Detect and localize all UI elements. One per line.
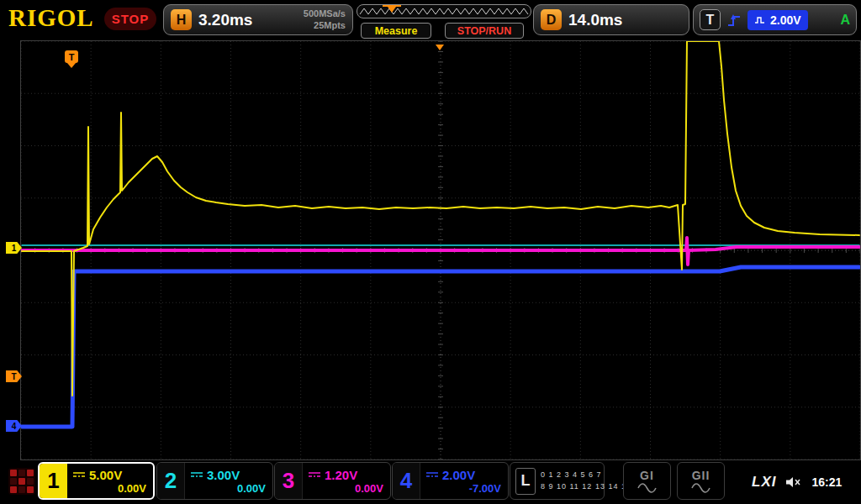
coupling-icon [425,470,439,479]
channel-3-number: 3 [275,463,303,499]
measure-button[interactable]: Measure [361,23,431,39]
channel-2-scale: 3.00V [207,468,240,482]
coupling-icon [308,470,321,479]
run-state-badge: STOP [104,8,156,30]
channel-1-status[interactable]: 1 5.00V 0.00V [38,462,155,500]
generator-2-status[interactable]: GII [677,462,725,500]
delay-value: 14.0ms [568,11,622,29]
sample-rate: 500MSa/s [304,8,346,19]
sine-wave-icon [637,483,658,493]
channel-3-scale: 1.20V [325,468,357,482]
rigol-logo: RIGOL [8,4,94,32]
logic-channels-status[interactable]: L 0 1 2 3 4 5 6 7 8 9 10 11 12 13 14 15 [510,462,605,500]
top-bar: RIGOL STOP H 3.20ms 500MSa/s 25Mpts Meas… [0,0,861,40]
clock: 16:21 [811,475,842,489]
channel-2-offset: 0.00V [190,482,266,495]
channel-3-offset: 0.00V [308,482,383,495]
logic-row-2: 8 9 10 11 12 13 14 15 [541,481,631,493]
memory-depth: 25Mpts [314,20,346,31]
lxi-badge: LXI [752,474,776,491]
generator-1-label: GI [640,469,654,482]
logic-label: L [515,468,536,495]
channel-3-status[interactable]: 3 1.20V 0.00V [274,462,391,500]
square-wave-icon [754,16,766,24]
coupling-icon [72,470,86,479]
channel-1-number: 1 [40,464,67,498]
channel-4-scale: 2.00V [442,468,475,482]
trigger-position-pointer-icon [67,63,76,68]
trigger-mode: A [840,13,850,28]
waveform-ch1 [22,41,859,396]
channel-1-scale: 5.00V [89,468,122,482]
channel-1-offset: 0.00V [72,482,146,495]
generator-1-status[interactable]: GI [623,462,671,500]
horizontal-icon: H [171,9,192,30]
speaker-muted-icon[interactable] [785,476,802,488]
memory-waveform-icon [357,5,531,18]
grid-pattern-icon[interactable] [8,468,35,495]
bottom-bar: 1 5.00V 0.00V 2 [0,460,861,504]
waveform-area[interactable]: 1T4T [0,40,861,460]
timebase-value: 3.20ms [198,11,252,29]
coupling-icon [190,470,203,479]
channel-4-number: 4 [393,463,420,499]
trigger-icon: T [700,9,721,30]
delay-icon: D [541,9,562,30]
trigger-level-value: 2.00V [770,13,801,27]
delay-settings[interactable]: D 14.0ms [533,4,689,35]
trigger-slope-icon [726,13,742,28]
trigger-level-badge: 2.00V [747,10,808,30]
horizontal-center-marker-icon [436,45,444,50]
logic-row-1: 0 1 2 3 4 5 6 7 [541,470,631,481]
channel-4-status[interactable]: 4 2.00V -7.00V [392,462,509,500]
channel-2-number: 2 [157,463,185,499]
channel-4-offset: -7.00V [425,482,501,495]
stop-run-button[interactable]: STOP/RUN [445,23,524,39]
status-group: LXI 16:21 [752,460,842,504]
memory-position-strip[interactable] [357,4,531,18]
horizontal-settings[interactable]: H 3.20ms 500MSa/s 25Mpts [163,4,353,35]
graticule[interactable] [20,40,861,460]
channel-2-status[interactable]: 2 3.00V 0.00V [156,462,273,500]
trigger-position-marker[interactable]: T [65,50,78,63]
sine-wave-icon [691,483,711,493]
trigger-settings[interactable]: T 2.00V A [693,4,857,35]
generator-2-label: GII [692,469,710,482]
oscilloscope-screen: RIGOL STOP H 3.20ms 500MSa/s 25Mpts Meas… [0,0,861,504]
